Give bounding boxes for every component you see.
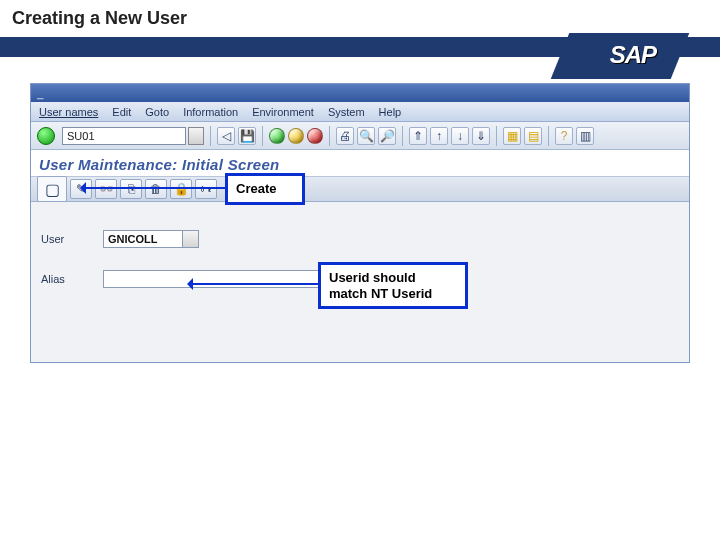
user-label: User: [41, 233, 103, 245]
page-title: User Maintenance: Initial Screen: [31, 150, 689, 176]
last-page-icon[interactable]: ⇓: [472, 127, 490, 145]
sap-logo: SAP: [610, 41, 656, 69]
toolbar-separator: [402, 126, 403, 146]
menu-edit[interactable]: Edit: [112, 106, 131, 118]
window-titlebar: ⎯: [31, 84, 689, 102]
sap-window: ⎯ User names Edit Goto Information Envir…: [30, 83, 690, 363]
standard-toolbar: ◁ 💾 🖨 🔍 🔎 ⇑ ↑ ↓ ⇓ ▦ ▤ ? ▥: [31, 122, 689, 150]
next-page-icon[interactable]: ↓: [451, 127, 469, 145]
create-button[interactable]: ▢: [37, 176, 67, 202]
layout-icon[interactable]: ▥: [576, 127, 594, 145]
password-icon[interactable]: 🗝: [195, 179, 217, 199]
alias-label: Alias: [41, 273, 103, 285]
user-input[interactable]: [103, 230, 183, 248]
delete-icon[interactable]: 🗑: [145, 179, 167, 199]
help-icon[interactable]: ?: [555, 127, 573, 145]
save-icon[interactable]: 💾: [238, 127, 256, 145]
back-sphere-icon[interactable]: [269, 128, 285, 144]
user-row: User: [41, 228, 679, 250]
toolbar-separator: [210, 126, 211, 146]
find-icon[interactable]: 🔍: [357, 127, 375, 145]
cancel-sphere-icon[interactable]: [307, 128, 323, 144]
menu-bar: User names Edit Goto Information Environ…: [31, 102, 689, 122]
print-icon[interactable]: 🖨: [336, 127, 354, 145]
application-toolbar: ▢ ✎ 👓 ⎘ 🗑 🔒 🗝 Create F8: [31, 176, 689, 202]
copy-icon[interactable]: ⎘: [120, 179, 142, 199]
toolbar-separator: [262, 126, 263, 146]
window-corner-icon: ⎯: [35, 84, 45, 102]
back-icon[interactable]: ◁: [217, 127, 235, 145]
toolbar-separator: [548, 126, 549, 146]
tcode-dropdown-icon[interactable]: [188, 127, 204, 145]
menu-usernames[interactable]: User names: [39, 106, 98, 118]
callout-userid: Userid should match NT Userid: [318, 262, 468, 309]
menu-environment[interactable]: Environment: [252, 106, 314, 118]
exit-sphere-icon[interactable]: [288, 128, 304, 144]
enter-icon[interactable]: [37, 127, 55, 145]
new-session-icon[interactable]: ▦: [503, 127, 521, 145]
first-page-icon[interactable]: ⇑: [409, 127, 427, 145]
menu-system[interactable]: System: [328, 106, 365, 118]
lock-icon[interactable]: 🔒: [170, 179, 192, 199]
menu-information[interactable]: Information: [183, 106, 238, 118]
callout-create-arrow: [86, 187, 225, 189]
user-search-help-icon[interactable]: [182, 230, 199, 248]
toolbar-separator: [329, 126, 330, 146]
transaction-code-input[interactable]: [62, 127, 186, 145]
callout-create: Create: [225, 173, 305, 205]
display-icon[interactable]: 👓: [95, 179, 117, 199]
menu-help[interactable]: Help: [379, 106, 402, 118]
callout-userid-arrow: [193, 283, 318, 285]
slide-header: SAP: [0, 33, 720, 75]
slide-title: Creating a New User: [12, 8, 187, 28]
toolbar-separator: [496, 126, 497, 146]
shortcut-icon[interactable]: ▤: [524, 127, 542, 145]
slide-title-area: Creating a New User: [0, 0, 720, 33]
menu-goto[interactable]: Goto: [145, 106, 169, 118]
prev-page-icon[interactable]: ↑: [430, 127, 448, 145]
find-next-icon[interactable]: 🔎: [378, 127, 396, 145]
